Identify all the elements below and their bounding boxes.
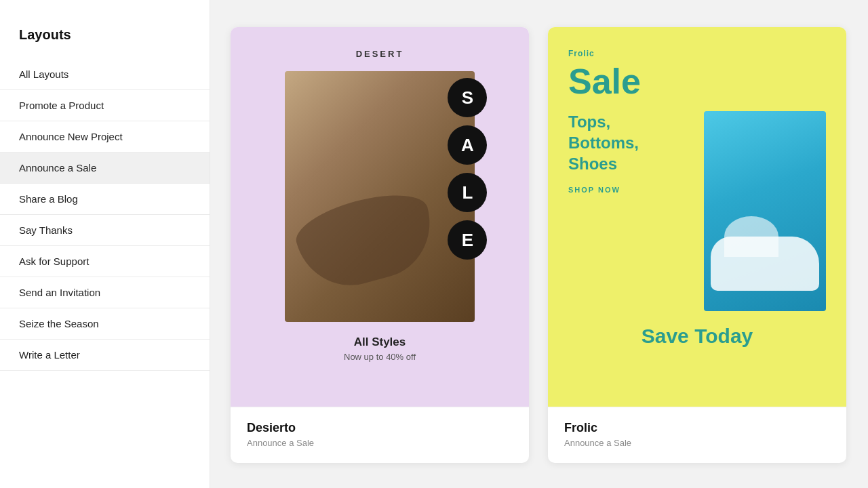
sidebar-heading: Layouts: [0, 27, 210, 59]
sidebar-item-label: Send an Invitation: [19, 287, 100, 298]
sidebar: Layouts All Layouts Promote a Product An…: [0, 0, 210, 488]
sale-letter-a: A: [448, 125, 487, 165]
desierto-card-info: Desierto Announce a Sale: [231, 407, 529, 463]
sidebar-item-promote-product[interactable]: Promote a Product: [0, 90, 210, 121]
frolic-shoe-image: [704, 111, 826, 311]
card-desierto[interactable]: DESERT S A L E All Styles Now up to 40% …: [231, 27, 529, 463]
sidebar-item-all-layouts[interactable]: All Layouts: [0, 59, 210, 90]
frolic-shop-now: SHOP NOW: [568, 186, 693, 194]
sidebar-item-ask-support[interactable]: Ask for Support: [0, 246, 210, 277]
sidebar-item-announce-sale[interactable]: Announce a Sale: [0, 152, 210, 184]
desierto-photo: [285, 71, 475, 322]
sidebar-item-label: Announce a Sale: [19, 162, 96, 174]
sidebar-item-share-blog[interactable]: Share a Blog: [0, 184, 210, 215]
sidebar-item-label: Promote a Product: [19, 100, 104, 111]
main-content: DESERT S A L E All Styles Now up to 40% …: [210, 0, 868, 488]
sidebar-item-label: Say Thanks: [19, 224, 73, 236]
sidebar-item-label: Seize the Season: [19, 318, 99, 329]
card-frolic[interactable]: Frolic Sale Tops,Bottoms,Shoes SHOP NOW …: [548, 27, 846, 463]
frolic-categories: Tops,Bottoms,Shoes: [568, 111, 693, 175]
frolic-image-column: [704, 111, 826, 311]
card-frolic-preview: Frolic Sale Tops,Bottoms,Shoes SHOP NOW …: [548, 27, 846, 407]
sale-letter-e: E: [448, 220, 487, 260]
sidebar-item-label: Share a Blog: [19, 193, 78, 205]
desierto-card-title: Desierto: [247, 421, 513, 435]
frolic-sale-title: Sale: [568, 64, 826, 99]
desierto-image-area: S A L E: [285, 71, 475, 322]
frolic-content-area: Tops,Bottoms,Shoes SHOP NOW: [568, 111, 826, 311]
sidebar-item-label: Announce New Project: [19, 131, 123, 142]
frolic-text-column: Tops,Bottoms,Shoes SHOP NOW: [568, 111, 693, 194]
sidebar-item-say-thanks[interactable]: Say Thanks: [0, 215, 210, 246]
desierto-discount: Now up to 40% off: [344, 352, 416, 362]
frolic-card-subtitle: Announce a Sale: [564, 438, 830, 448]
sale-letter-s: S: [448, 78, 487, 117]
card-desierto-preview: DESERT S A L E All Styles Now up to 40% …: [231, 27, 529, 407]
frolic-template: Frolic Sale Tops,Bottoms,Shoes SHOP NOW …: [548, 27, 846, 407]
sidebar-item-write-letter[interactable]: Write a Letter: [0, 340, 210, 371]
sidebar-item-label: All Layouts: [19, 68, 68, 80]
sale-letters: S A L E: [448, 78, 487, 260]
sidebar-item-send-invitation[interactable]: Send an Invitation: [0, 277, 210, 308]
frolic-brand-top: Frolic: [568, 49, 826, 58]
sale-letter-l: L: [448, 173, 487, 212]
sidebar-item-announce-project[interactable]: Announce New Project: [0, 121, 210, 152]
desierto-all-styles: All Styles: [344, 336, 416, 349]
sidebar-item-label: Write a Letter: [19, 349, 80, 361]
desierto-text-area: All Styles Now up to 40% off: [344, 336, 416, 362]
desierto-card-subtitle: Announce a Sale: [247, 438, 513, 448]
frolic-save-today: Save Today: [568, 311, 826, 359]
sidebar-item-seize-season[interactable]: Seize the Season: [0, 308, 210, 340]
frolic-card-title: Frolic: [564, 421, 830, 435]
frolic-card-info: Frolic Announce a Sale: [548, 407, 846, 463]
sidebar-item-label: Ask for Support: [19, 256, 89, 267]
desierto-brand-name: DESERT: [356, 49, 404, 59]
desierto-template: DESERT S A L E All Styles Now up to 40% …: [231, 27, 529, 407]
